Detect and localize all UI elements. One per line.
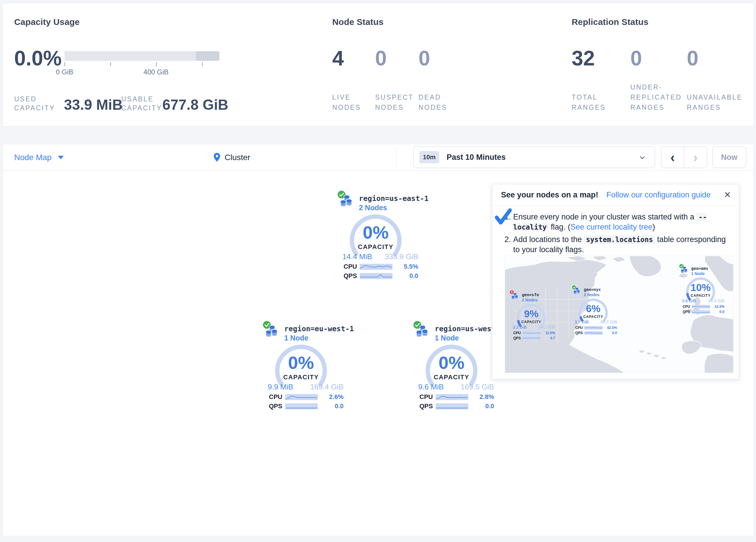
database-nodes-icon xyxy=(340,195,353,209)
summary-stats-panel: Capacity Usage Node Status Replication S… xyxy=(2,3,754,126)
metric-sparkline xyxy=(360,264,392,270)
metric-value: 0.0 xyxy=(392,272,418,280)
map-configuration-guide: See your nodes on a map! Follow our conf… xyxy=(492,184,739,379)
metric-value: 11.0% xyxy=(541,331,555,335)
node-count-link[interactable]: 1 Node xyxy=(435,334,459,342)
guide-step: Ensure every node in your cluster was st… xyxy=(513,212,730,232)
view-mode-label: Node Map xyxy=(14,153,52,162)
time-range-label: Past 10 Minutes xyxy=(447,153,506,162)
metric-label: QPS xyxy=(419,403,436,410)
node-count-link: 2 Nodes xyxy=(522,298,537,302)
time-now-button[interactable]: Now xyxy=(712,146,746,168)
locality-node[interactable]: region=us-west-1 1 Node 0% CAPACITY 9.6 … xyxy=(412,320,496,412)
step-text: flag. ( xyxy=(549,223,570,231)
stat-label: UNAVAILABLE RANGES xyxy=(687,92,748,113)
locality-node: geo=nyc 2 Nodes 6% CAPACITY 3.7 GiB 65.7… xyxy=(571,285,618,336)
metric-label: CPU xyxy=(682,305,691,309)
node-count-link: 2 Nodes xyxy=(584,293,599,297)
metric-label: QPS xyxy=(269,403,285,410)
capacity-caption: CAPACITY xyxy=(515,320,548,324)
capacity-caption: CAPACITY xyxy=(272,374,330,381)
locality-node: 1 geo=sfo 2 Nodes 9% CAPACITY 3.2 GiB 35… xyxy=(509,290,556,341)
metric-label: CPU xyxy=(513,331,522,335)
metric-sparkline xyxy=(584,331,603,335)
map-toolbar: Node Map Cluster 10m Past 10 Minutes ‹ ›… xyxy=(2,144,754,171)
metric-sparkline xyxy=(285,394,318,400)
axis-tick xyxy=(156,62,157,66)
metric-sparkline xyxy=(692,310,710,314)
metric-value: 42.5% xyxy=(603,326,617,330)
guide-title: See your nodes on a map! xyxy=(501,190,598,199)
usable-capacity-label: USABLE CAPACITY xyxy=(121,95,168,113)
capacity-caption: CAPACITY xyxy=(685,294,717,298)
locality-label: region=us-east-1 xyxy=(359,194,429,203)
time-nav-group: ‹ › xyxy=(661,146,707,168)
node-count-link[interactable]: 1 Node xyxy=(284,334,308,342)
metric-sparkline xyxy=(285,403,318,409)
usable-capacity-value: 677.8 GiB xyxy=(162,97,228,113)
time-next-button[interactable]: › xyxy=(684,147,707,168)
database-nodes-icon xyxy=(573,288,581,295)
capacity-bar xyxy=(65,51,219,61)
time-range-dropdown[interactable]: 10m Past 10 Minutes xyxy=(413,146,655,168)
locality-label: geo=sfo xyxy=(522,293,539,297)
location-pin-icon xyxy=(213,152,221,162)
node-count-link[interactable]: 2 Nodes xyxy=(359,203,387,212)
usable-capacity-value: 35.1 GiB xyxy=(539,325,555,330)
stat-label: SUSPECT NODES xyxy=(375,92,418,113)
usable-capacity-value: 338.9 GiB xyxy=(385,252,418,261)
metric-sparkline xyxy=(522,337,541,340)
example-node-map-image: 1 geo=sfo 2 Nodes 9% CAPACITY 3.2 GiB 35… xyxy=(505,255,733,373)
database-nodes-icon xyxy=(415,325,429,339)
used-capacity-value: 9.9 MiB xyxy=(268,383,293,392)
time-shortcut-badge: 10m xyxy=(419,151,439,163)
step-text: ) xyxy=(652,223,655,231)
usable-capacity-value: 169.4 GiB xyxy=(310,383,344,392)
metric-label: QPS xyxy=(575,331,584,335)
metric-label: CPU xyxy=(419,393,436,401)
view-mode-selector[interactable]: Node Map xyxy=(14,144,64,170)
metric-value: 2.8% xyxy=(468,393,494,401)
used-capacity-value: 14.4 MiB xyxy=(342,252,372,261)
locality-label: region=eu-west-1 xyxy=(284,325,354,333)
axis-tick-label: 400 GiB xyxy=(144,68,169,76)
metric-value: 12.3% xyxy=(710,305,724,309)
used-capacity-label: USED CAPACITY xyxy=(14,95,58,113)
used-capacity-value: 9.6 MiB xyxy=(418,383,444,392)
locality-node[interactable]: region=eu-west-1 1 Node 0% CAPACITY 9.9 … xyxy=(262,320,346,412)
metric-label: QPS xyxy=(344,272,360,280)
used-capacity-value: 3.2 GiB xyxy=(513,325,527,330)
axis-tick xyxy=(202,62,203,66)
metric-value: 5.5% xyxy=(392,263,418,270)
capacity-percent: 0% xyxy=(272,352,330,373)
used-capacity-value: 3.6 GiB xyxy=(682,299,696,304)
capacity-caption: CAPACITY xyxy=(577,315,610,319)
capacity-percent: 9% xyxy=(515,308,548,320)
stat-label: UNDER-REPLICATED RANGES xyxy=(630,82,685,113)
metric-label: CPU xyxy=(575,326,584,330)
stat-value: 0 xyxy=(630,47,642,69)
metric-sparkline xyxy=(436,394,468,400)
time-prev-button[interactable]: ‹ xyxy=(661,147,684,168)
metric-sparkline xyxy=(692,305,710,308)
node-count-link: 1 Node xyxy=(691,271,705,276)
used-capacity-value: 3.7 GiB xyxy=(575,320,589,325)
stat-value: 0 xyxy=(375,47,387,69)
guide-steps-list: Ensure every node in your cluster was st… xyxy=(492,212,739,254)
metric-value: 0.0 xyxy=(710,310,724,314)
close-icon[interactable]: ✕ xyxy=(724,190,731,200)
locality-label: geo=nyc xyxy=(584,287,601,292)
step-text: Add locations to the xyxy=(513,235,584,244)
breadcrumb[interactable]: Cluster xyxy=(213,144,250,170)
configuration-guide-link[interactable]: Follow our configuration guide xyxy=(606,190,711,199)
capacity-percent: 0% xyxy=(423,352,480,373)
metric-label: CPU xyxy=(269,393,285,401)
metric-label: CPU xyxy=(344,263,360,270)
metric-sparkline xyxy=(360,273,392,279)
capacity-used-percent: 0.0% xyxy=(14,47,62,69)
chevron-down-icon xyxy=(640,156,645,159)
used-capacity-value: 33.9 MiB xyxy=(64,97,123,113)
locality-tree-link[interactable]: See current locality tree xyxy=(570,223,653,231)
locality-node[interactable]: region=us-east-1 2 Nodes 0% CAPACITY 14.… xyxy=(337,190,421,282)
metric-value: 0.0 xyxy=(603,331,617,335)
